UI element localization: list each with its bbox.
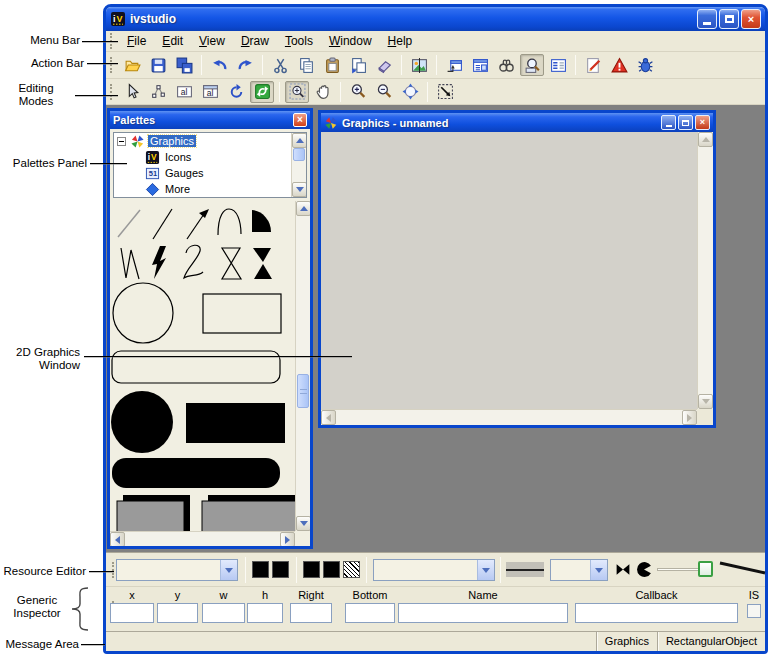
text-box-grid-button[interactable]: al — [198, 81, 222, 103]
rotate-button[interactable] — [224, 81, 248, 103]
inspector-field-callback[interactable] — [575, 603, 738, 623]
palettes-title-bar[interactable]: Palettes × — [110, 111, 310, 129]
palette-shape-circle-filled[interactable] — [111, 391, 173, 453]
palette-shape-arc-curve[interactable] — [218, 209, 241, 235]
inspector-field-x[interactable] — [110, 603, 154, 623]
palette-shape-hourglass-filled[interactable] — [253, 248, 272, 279]
scroll-down-button[interactable] — [296, 516, 310, 531]
palette-shape-circle-outline[interactable] — [113, 283, 173, 343]
color-swatch[interactable] — [323, 561, 340, 578]
paste-special-button[interactable] — [346, 54, 370, 76]
menu-tools[interactable]: Tools — [277, 32, 321, 50]
resource-combo-3[interactable] — [550, 559, 608, 581]
menu-window[interactable]: Window — [321, 32, 380, 50]
save-all-button[interactable] — [172, 54, 196, 76]
pattern-swatch[interactable] — [343, 561, 360, 578]
details-view-button[interactable] — [546, 54, 570, 76]
toolbar-grip[interactable] — [110, 57, 115, 73]
color-swatch[interactable] — [272, 561, 289, 578]
window-move-button[interactable] — [442, 54, 466, 76]
scroll-right-button[interactable] — [280, 532, 295, 546]
color-swatch[interactable] — [303, 561, 320, 578]
undo-button[interactable] — [207, 54, 231, 76]
tree-scrollbar[interactable] — [291, 133, 306, 197]
graphics-minimize-button[interactable] — [661, 115, 676, 130]
transform-scale-button[interactable] — [433, 81, 457, 103]
minimize-button[interactable] — [697, 9, 717, 29]
scroll-thumb[interactable] — [297, 374, 309, 408]
resource-combo-2[interactable] — [373, 559, 495, 581]
palette-vertical-scrollbar[interactable] — [295, 201, 310, 531]
zoom-region-button[interactable] — [285, 81, 309, 103]
palette-horizontal-scrollbar[interactable] — [110, 531, 295, 546]
menu-help[interactable]: Help — [380, 32, 421, 50]
binoculars-button[interactable] — [494, 54, 518, 76]
inspector-field-w[interactable] — [202, 603, 245, 623]
inspector-field-right[interactable] — [290, 603, 332, 623]
palette-shape-shadow-rect-small[interactable] — [117, 495, 190, 531]
canvas-horizontal-scrollbar[interactable] — [321, 409, 697, 425]
bug-button[interactable] — [633, 54, 657, 76]
tree-item-icons[interactable]: iVIcons — [114, 149, 306, 165]
pan-hand-button[interactable] — [311, 81, 335, 103]
resource-combo-1[interactable] — [116, 559, 238, 581]
palette-shape-rect-outline[interactable] — [203, 294, 281, 333]
paste-button[interactable] — [320, 54, 344, 76]
menu-file[interactable]: File — [119, 32, 154, 50]
select-cursor-button[interactable] — [120, 81, 144, 103]
inspector-field-y[interactable] — [157, 603, 198, 623]
tree-item-more[interactable]: More — [114, 181, 306, 197]
chevron-down-icon[interactable] — [220, 560, 237, 580]
save-button[interactable] — [146, 54, 170, 76]
chevron-down-icon[interactable] — [477, 560, 494, 580]
palette-shape-line-gray[interactable] — [118, 210, 140, 237]
image-button[interactable] — [407, 54, 431, 76]
scroll-down-button[interactable] — [698, 394, 713, 409]
menu-draw[interactable]: Draw — [233, 32, 277, 50]
palette-shape-line-black[interactable] — [153, 209, 172, 239]
graphics-close-button[interactable]: × — [695, 115, 710, 130]
palette-shape-pie-filled[interactable] — [252, 210, 271, 232]
text-box-button[interactable]: al — [172, 81, 196, 103]
tree-item-gauges[interactable]: 51Gauges — [114, 165, 306, 181]
zoom-in-button[interactable] — [346, 81, 370, 103]
graphics-canvas[interactable] — [321, 132, 697, 409]
scroll-up-button[interactable] — [698, 132, 713, 147]
window-props-button[interactable] — [468, 54, 492, 76]
node-edit-button[interactable] — [146, 81, 170, 103]
graphics-maximize-button[interactable] — [678, 115, 693, 130]
pacman-icon[interactable] — [635, 561, 653, 578]
palette-shape-spline-curve[interactable] — [184, 245, 203, 278]
palette-shape-hourglass-outline[interactable] — [222, 248, 241, 279]
inspector-is-checkbox[interactable] — [747, 604, 761, 618]
diagonal-line-sample[interactable] — [719, 560, 767, 578]
eraser-button[interactable] — [372, 54, 396, 76]
palette-shape-polyline-zigzag[interactable] — [121, 248, 139, 279]
title-bar[interactable]: iV ivstudio × — [106, 7, 765, 31]
zoom-out-button[interactable] — [372, 81, 396, 103]
palette-shape-rect-filled[interactable] — [186, 403, 285, 443]
edit-note-button[interactable] — [581, 54, 605, 76]
close-button[interactable]: × — [741, 9, 761, 29]
palette-shape-roundrect-filled[interactable] — [112, 458, 280, 488]
scroll-right-button[interactable] — [682, 410, 697, 425]
open-folder-button[interactable] — [120, 54, 144, 76]
opacity-slider[interactable] — [657, 561, 713, 578]
canvas-vertical-scrollbar[interactable] — [697, 132, 713, 409]
toolbar-grip[interactable] — [110, 84, 115, 100]
palettes-close-button[interactable]: × — [293, 113, 307, 127]
line-style-sample[interactable] — [506, 562, 544, 577]
scroll-down-button[interactable] — [292, 182, 307, 197]
menu-edit[interactable]: Edit — [154, 32, 191, 50]
palette-shape-shadow-rect-wide[interactable] — [202, 495, 295, 531]
scroll-up-button[interactable] — [296, 201, 310, 216]
tree-expander-icon[interactable] — [117, 137, 126, 146]
zoom-fit-button[interactable] — [398, 81, 422, 103]
run-green-button[interactable] — [250, 81, 274, 103]
palette-shape-lightning-filled[interactable] — [152, 246, 166, 279]
maximize-button[interactable] — [719, 9, 739, 29]
scroll-up-button[interactable] — [292, 133, 307, 148]
scroll-left-button[interactable] — [110, 532, 125, 546]
graphics-title-bar[interactable]: Graphics - unnamed × — [321, 113, 713, 132]
color-swatch[interactable] — [252, 561, 269, 578]
